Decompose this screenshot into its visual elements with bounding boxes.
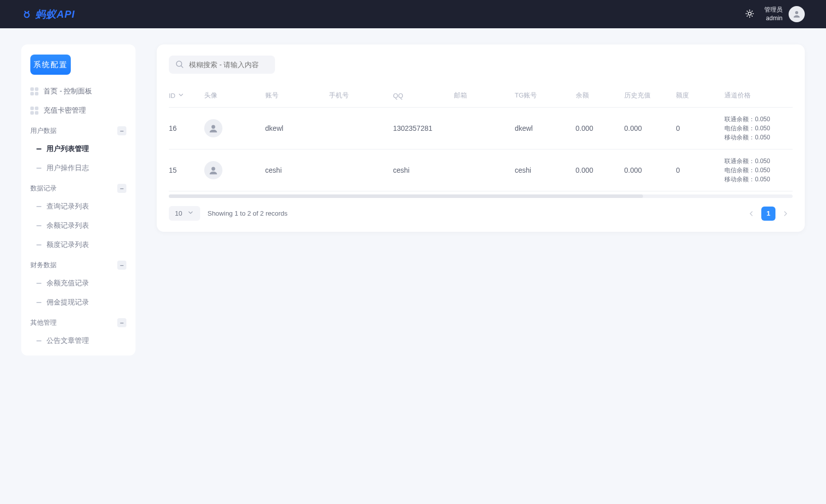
- sidebar-item-label: 用户操作日志: [47, 164, 89, 173]
- user-name: admin: [764, 14, 783, 23]
- records-summary: Showing 1 to 2 of 2 records: [207, 210, 287, 217]
- cell-avatar: [199, 149, 260, 191]
- col-header-email[interactable]: 邮箱: [449, 84, 510, 108]
- svg-point-3: [176, 61, 182, 67]
- sidebar-item-user-list[interactable]: 用户列表管理: [21, 139, 135, 159]
- collapse-icon[interactable]: −: [117, 184, 126, 193]
- logo-icon: [21, 9, 32, 20]
- search-icon: [175, 60, 184, 70]
- user-table: ID 头像 账号 手机号 QQ 邮箱 TG账号 余额: [169, 84, 793, 191]
- sidebar-group-other: 其他管理 −: [21, 312, 135, 331]
- col-header-account[interactable]: 账号: [260, 84, 324, 108]
- prev-page-button[interactable]: [744, 207, 758, 221]
- sidebar-group-finance: 财务数据 −: [21, 255, 135, 274]
- brand-text: 蚂蚁API: [35, 8, 75, 21]
- sidebar-item-label: 充值卡密管理: [43, 106, 86, 115]
- sidebar-item-label: 用户列表管理: [47, 144, 89, 154]
- avatar: [789, 6, 805, 22]
- sidebar-item-balance-record[interactable]: 余额记录列表: [21, 216, 135, 235]
- col-header-id[interactable]: ID: [169, 84, 199, 108]
- cell-qq: ceshi: [388, 149, 448, 191]
- col-header-avatar[interactable]: 头像: [199, 84, 260, 108]
- table-row[interactable]: 16 dkewl 1302357281 dkewl 0.000 0.000: [169, 108, 793, 149]
- search-box[interactable]: [169, 56, 275, 74]
- system-config-button[interactable]: 系统配置: [30, 55, 71, 75]
- sidebar-item-user-log[interactable]: 用户操作日志: [21, 159, 135, 178]
- col-header-price[interactable]: 通道价格: [719, 84, 793, 108]
- user-role: 管理员: [764, 6, 783, 14]
- chevron-down-icon: [187, 209, 194, 218]
- sidebar-item-query-record[interactable]: 查询记录列表: [21, 197, 135, 216]
- svg-point-1: [748, 12, 751, 15]
- cell-tg: ceshi: [510, 149, 570, 191]
- table-row[interactable]: 15 ceshi ceshi ceshi 0.000 0.000: [169, 149, 793, 191]
- svg-point-4: [212, 125, 215, 129]
- cell-balance: 0.000: [571, 149, 619, 191]
- col-header-tg[interactable]: TG账号: [510, 84, 570, 108]
- col-header-balance[interactable]: 余额: [571, 84, 619, 108]
- user-avatar-icon: [204, 161, 222, 179]
- app-header: 蚂蚁API 管理员 admin: [0, 0, 826, 28]
- sidebar-group-data-record: 数据记录 −: [21, 178, 135, 197]
- cell-price: 联通余额：0.050 电信余额：0.050 移动余额：0.050: [719, 108, 793, 149]
- next-page-button[interactable]: [778, 207, 793, 221]
- cell-qq: 1302357281: [388, 108, 448, 149]
- sidebar-item-commission-record[interactable]: 佣金提现记录: [21, 293, 135, 312]
- cell-email: [449, 108, 510, 149]
- cell-price: 联通余额：0.050 电信余额：0.050 移动余额：0.050: [719, 149, 793, 191]
- col-header-qq[interactable]: QQ: [388, 84, 448, 108]
- sidebar-item-recharge-card[interactable]: 充值卡密管理: [21, 101, 135, 120]
- brand-logo[interactable]: 蚂蚁API: [21, 8, 75, 21]
- page-size-value: 10: [175, 210, 182, 217]
- sidebar-item-label: 余额记录列表: [47, 221, 89, 230]
- collapse-icon[interactable]: −: [117, 261, 126, 270]
- sidebar-item-quota-record[interactable]: 额度记录列表: [21, 235, 135, 255]
- cell-id: 15: [169, 149, 199, 191]
- chevron-right-icon: [782, 210, 790, 218]
- dash-icon: [36, 225, 41, 226]
- theme-toggle-icon[interactable]: [745, 9, 754, 20]
- cell-history: 0.000: [619, 149, 671, 191]
- page-number-button[interactable]: 1: [761, 207, 775, 221]
- col-header-history[interactable]: 历史充值: [619, 84, 671, 108]
- dash-icon: [36, 302, 41, 303]
- collapse-icon[interactable]: −: [117, 318, 126, 327]
- sidebar-item-label: 额度记录列表: [47, 240, 89, 249]
- page-size-select[interactable]: 10: [169, 206, 200, 221]
- svg-point-5: [212, 167, 215, 171]
- dash-icon: [36, 244, 41, 245]
- sidebar-item-label: 公告文章管理: [47, 336, 89, 345]
- cell-quota: 0: [671, 108, 719, 149]
- sidebar-item-dashboard[interactable]: 首页 - 控制面板: [21, 82, 135, 101]
- cell-phone: [324, 108, 388, 149]
- chevron-left-icon: [747, 210, 755, 218]
- cell-balance: 0.000: [571, 108, 619, 149]
- horizontal-scrollbar[interactable]: [169, 194, 793, 198]
- grid-icon: [30, 107, 38, 115]
- cell-history: 0.000: [619, 108, 671, 149]
- table-header-row: ID 头像 账号 手机号 QQ 邮箱 TG账号 余额: [169, 84, 793, 108]
- col-header-phone[interactable]: 手机号: [324, 84, 388, 108]
- cell-id: 16: [169, 108, 199, 149]
- dash-icon: [36, 206, 41, 207]
- sidebar-item-announce[interactable]: 公告文章管理: [21, 331, 135, 350]
- user-menu[interactable]: 管理员 admin: [764, 6, 805, 23]
- sidebar-item-label: 首页 - 控制面板: [43, 87, 92, 96]
- sidebar: 系统配置 首页 - 控制面板 充值卡密管理 用户数据 − 用户列表管理 用户操作…: [21, 44, 135, 356]
- table-footer: 10 Showing 1 to 2 of 2 records 1: [169, 206, 793, 221]
- sidebar-group-user-data: 用户数据 −: [21, 120, 135, 139]
- sidebar-item-label: 佣金提现记录: [47, 298, 89, 307]
- scrollbar-thumb[interactable]: [169, 194, 643, 198]
- cell-phone: [324, 149, 388, 191]
- cell-account: dkewl: [260, 108, 324, 149]
- svg-point-2: [795, 11, 798, 14]
- dash-icon: [36, 168, 41, 169]
- search-input[interactable]: [188, 60, 279, 69]
- sidebar-item-recharge-record[interactable]: 余额充值记录: [21, 274, 135, 293]
- col-header-quota[interactable]: 额度: [671, 84, 719, 108]
- sidebar-item-label: 查询记录列表: [47, 202, 89, 211]
- cell-quota: 0: [671, 149, 719, 191]
- svg-point-0: [24, 13, 29, 17]
- collapse-icon[interactable]: −: [117, 126, 126, 135]
- user-avatar-icon: [204, 119, 222, 137]
